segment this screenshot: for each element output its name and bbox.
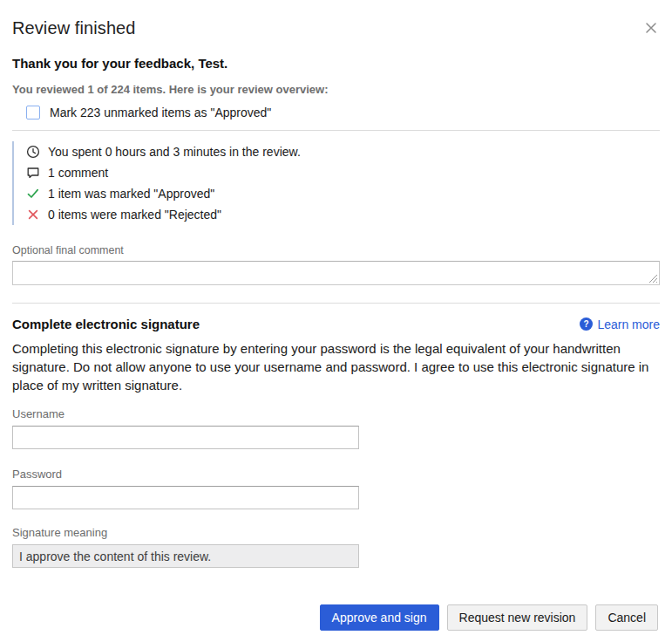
mark-unmarked-checkbox[interactable] [26,106,40,119]
learn-more-label: Learn more [597,318,660,331]
close-icon [644,24,658,38]
dialog-header: Review finished [12,18,660,38]
divider-signature [12,303,660,304]
cross-icon [26,208,40,222]
svg-text:?: ? [584,319,589,329]
signature-meaning-input[interactable] [12,544,359,568]
comment-icon [26,166,40,180]
approve-and-sign-button[interactable]: Approve and sign [320,604,439,631]
request-new-revision-button[interactable]: Request new revision [447,604,588,631]
review-stats: You spent 0 hours and 3 minutes in the r… [12,141,660,225]
password-input[interactable] [12,486,359,509]
final-comment-textarea[interactable] [12,261,660,285]
divider-top [12,130,660,131]
signature-heading: Complete electronic signature [12,317,200,331]
stat-text: You spent 0 hours and 3 minutes in the r… [48,145,301,159]
review-summary: You reviewed 1 of 224 items. Here is you… [12,83,660,96]
learn-more-link[interactable]: ? Learn more [580,318,660,331]
stat-text: 1 comment [48,166,108,180]
cancel-button[interactable]: Cancel [595,604,658,631]
clock-icon [26,145,40,159]
stat-comments: 1 comment [26,162,660,183]
username-label: Username [12,407,660,420]
close-button[interactable] [642,19,660,37]
password-label: Password [12,468,660,481]
dialog-actions: Approve and sign Request new revision Ca… [320,604,658,631]
username-input[interactable] [12,426,359,449]
final-comment-label: Optional final comment [12,244,660,256]
stat-text: 1 item was marked "Approved" [48,187,214,201]
thanks-message: Thank you for your feedback, Test. [12,56,660,71]
dialog-title: Review finished [12,18,136,38]
stat-text: 0 items were marked "Rejected" [48,208,221,222]
final-comment-wrap [12,261,660,285]
check-icon [26,187,40,201]
review-finished-dialog: Review finished Thank you for your feedb… [0,0,672,635]
signature-meaning-label: Signature meaning [12,526,660,539]
mark-unmarked-row: Mark 223 unmarked items as "Approved" [26,106,660,119]
signature-disclaimer: Completing this electronic signature by … [12,339,660,394]
stat-approved: 1 item was marked "Approved" [26,183,660,204]
help-icon: ? [580,318,593,331]
mark-unmarked-label[interactable]: Mark 223 unmarked items as "Approved" [50,106,271,119]
stat-time-spent: You spent 0 hours and 3 minutes in the r… [26,141,660,162]
signature-header: Complete electronic signature ? Learn mo… [12,317,660,331]
stat-rejected: 0 items were marked "Rejected" [26,204,660,225]
